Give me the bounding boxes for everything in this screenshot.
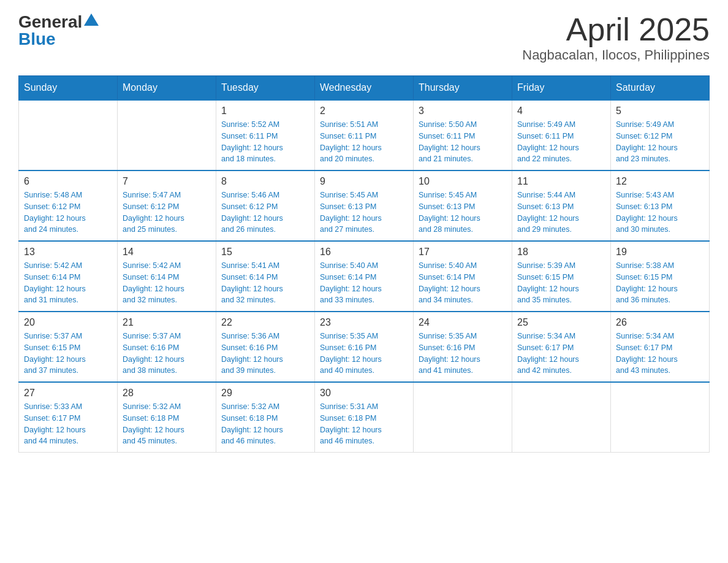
day-number: 28 bbox=[123, 388, 211, 399]
day-number: 12 bbox=[616, 176, 704, 187]
day-info: Sunrise: 5:40 AMSunset: 6:14 PMDaylight:… bbox=[419, 260, 507, 306]
calendar-week-row: 20Sunrise: 5:37 AMSunset: 6:15 PMDayligh… bbox=[19, 312, 710, 382]
day-number: 5 bbox=[616, 105, 704, 117]
weekday-header-saturday: Saturday bbox=[611, 76, 710, 101]
day-number: 19 bbox=[616, 247, 704, 258]
calendar-cell: 16Sunrise: 5:40 AMSunset: 6:14 PMDayligh… bbox=[315, 241, 414, 312]
calendar-cell: 5Sunrise: 5:49 AMSunset: 6:12 PMDaylight… bbox=[611, 100, 710, 170]
day-info: Sunrise: 5:45 AMSunset: 6:13 PMDaylight:… bbox=[320, 190, 408, 236]
calendar-cell: 25Sunrise: 5:34 AMSunset: 6:17 PMDayligh… bbox=[512, 312, 611, 382]
day-info: Sunrise: 5:32 AMSunset: 6:18 PMDaylight:… bbox=[123, 401, 211, 447]
day-info: Sunrise: 5:35 AMSunset: 6:16 PMDaylight:… bbox=[320, 331, 408, 377]
calendar-cell: 18Sunrise: 5:39 AMSunset: 6:15 PMDayligh… bbox=[512, 241, 611, 312]
day-info: Sunrise: 5:39 AMSunset: 6:15 PMDaylight:… bbox=[517, 260, 605, 306]
day-number: 2 bbox=[320, 105, 408, 117]
day-number: 17 bbox=[419, 247, 507, 258]
day-info: Sunrise: 5:45 AMSunset: 6:13 PMDaylight:… bbox=[419, 190, 507, 236]
calendar-cell: 20Sunrise: 5:37 AMSunset: 6:15 PMDayligh… bbox=[19, 312, 118, 382]
day-number: 7 bbox=[123, 176, 211, 187]
day-number: 13 bbox=[24, 247, 112, 258]
day-info: Sunrise: 5:34 AMSunset: 6:17 PMDaylight:… bbox=[517, 331, 605, 377]
calendar-cell: 24Sunrise: 5:35 AMSunset: 6:16 PMDayligh… bbox=[414, 312, 512, 382]
weekday-header-friday: Friday bbox=[512, 76, 611, 101]
calendar-cell bbox=[611, 382, 710, 453]
day-info: Sunrise: 5:52 AMSunset: 6:11 PMDaylight:… bbox=[221, 119, 309, 165]
calendar-cell: 1Sunrise: 5:52 AMSunset: 6:11 PMDaylight… bbox=[216, 100, 315, 170]
logo-blue-text: Blue bbox=[18, 29, 99, 49]
weekday-header-tuesday: Tuesday bbox=[216, 76, 315, 101]
day-info: Sunrise: 5:31 AMSunset: 6:18 PMDaylight:… bbox=[320, 401, 408, 447]
page-header: General Blue April 2025 Nagbacalan, Iloc… bbox=[18, 12, 710, 63]
calendar-cell bbox=[512, 382, 611, 453]
day-info: Sunrise: 5:49 AMSunset: 6:11 PMDaylight:… bbox=[517, 119, 605, 165]
day-number: 6 bbox=[24, 176, 112, 187]
calendar-cell: 27Sunrise: 5:33 AMSunset: 6:17 PMDayligh… bbox=[19, 382, 118, 453]
day-number: 25 bbox=[517, 317, 605, 328]
calendar-cell: 2Sunrise: 5:51 AMSunset: 6:11 PMDaylight… bbox=[315, 100, 414, 170]
day-number: 24 bbox=[419, 317, 507, 328]
calendar-cell: 29Sunrise: 5:32 AMSunset: 6:18 PMDayligh… bbox=[216, 382, 315, 453]
calendar-week-row: 27Sunrise: 5:33 AMSunset: 6:17 PMDayligh… bbox=[19, 382, 710, 453]
day-number: 10 bbox=[419, 176, 507, 187]
calendar-subtitle: Nagbacalan, Ilocos, Philippines bbox=[522, 47, 710, 63]
day-info: Sunrise: 5:50 AMSunset: 6:11 PMDaylight:… bbox=[419, 119, 507, 165]
day-info: Sunrise: 5:43 AMSunset: 6:13 PMDaylight:… bbox=[616, 190, 704, 236]
day-number: 18 bbox=[517, 247, 605, 258]
title-area: April 2025 Nagbacalan, Ilocos, Philippin… bbox=[522, 12, 710, 63]
day-info: Sunrise: 5:35 AMSunset: 6:16 PMDaylight:… bbox=[419, 331, 507, 377]
calendar-cell: 19Sunrise: 5:38 AMSunset: 6:15 PMDayligh… bbox=[611, 241, 710, 312]
day-number: 23 bbox=[320, 317, 408, 328]
calendar-cell: 12Sunrise: 5:43 AMSunset: 6:13 PMDayligh… bbox=[611, 170, 710, 241]
day-info: Sunrise: 5:36 AMSunset: 6:16 PMDaylight:… bbox=[221, 331, 309, 377]
logo: General Blue bbox=[18, 12, 99, 49]
day-number: 4 bbox=[517, 105, 605, 117]
day-info: Sunrise: 5:42 AMSunset: 6:14 PMDaylight:… bbox=[123, 260, 211, 306]
calendar-cell bbox=[414, 382, 512, 453]
day-info: Sunrise: 5:32 AMSunset: 6:18 PMDaylight:… bbox=[221, 401, 309, 447]
day-info: Sunrise: 5:33 AMSunset: 6:17 PMDaylight:… bbox=[24, 401, 112, 447]
day-info: Sunrise: 5:49 AMSunset: 6:12 PMDaylight:… bbox=[616, 119, 704, 165]
calendar-cell: 23Sunrise: 5:35 AMSunset: 6:16 PMDayligh… bbox=[315, 312, 414, 382]
day-number: 22 bbox=[221, 317, 309, 328]
calendar-cell: 6Sunrise: 5:48 AMSunset: 6:12 PMDaylight… bbox=[19, 170, 118, 241]
day-info: Sunrise: 5:38 AMSunset: 6:15 PMDaylight:… bbox=[616, 260, 704, 306]
day-number: 26 bbox=[616, 317, 704, 328]
day-info: Sunrise: 5:46 AMSunset: 6:12 PMDaylight:… bbox=[221, 190, 309, 236]
day-number: 27 bbox=[24, 388, 112, 399]
day-info: Sunrise: 5:37 AMSunset: 6:16 PMDaylight:… bbox=[123, 331, 211, 377]
calendar-cell: 4Sunrise: 5:49 AMSunset: 6:11 PMDaylight… bbox=[512, 100, 611, 170]
day-number: 20 bbox=[24, 317, 112, 328]
day-number: 21 bbox=[123, 317, 211, 328]
calendar-cell: 9Sunrise: 5:45 AMSunset: 6:13 PMDaylight… bbox=[315, 170, 414, 241]
calendar-cell: 15Sunrise: 5:41 AMSunset: 6:14 PMDayligh… bbox=[216, 241, 315, 312]
calendar-cell: 26Sunrise: 5:34 AMSunset: 6:17 PMDayligh… bbox=[611, 312, 710, 382]
day-info: Sunrise: 5:44 AMSunset: 6:13 PMDaylight:… bbox=[517, 190, 605, 236]
calendar-body: 1Sunrise: 5:52 AMSunset: 6:11 PMDaylight… bbox=[19, 100, 710, 453]
calendar-cell: 17Sunrise: 5:40 AMSunset: 6:14 PMDayligh… bbox=[414, 241, 512, 312]
day-number: 3 bbox=[419, 105, 507, 117]
day-info: Sunrise: 5:40 AMSunset: 6:14 PMDaylight:… bbox=[320, 260, 408, 306]
calendar-cell: 13Sunrise: 5:42 AMSunset: 6:14 PMDayligh… bbox=[19, 241, 118, 312]
weekday-header-sunday: Sunday bbox=[19, 76, 118, 101]
day-number: 16 bbox=[320, 247, 408, 258]
day-number: 8 bbox=[221, 176, 309, 187]
calendar-cell: 8Sunrise: 5:46 AMSunset: 6:12 PMDaylight… bbox=[216, 170, 315, 241]
weekday-header-thursday: Thursday bbox=[414, 76, 512, 101]
calendar-cell: 22Sunrise: 5:36 AMSunset: 6:16 PMDayligh… bbox=[216, 312, 315, 382]
weekday-header-wednesday: Wednesday bbox=[315, 76, 414, 101]
calendar-cell: 10Sunrise: 5:45 AMSunset: 6:13 PMDayligh… bbox=[414, 170, 512, 241]
day-number: 15 bbox=[221, 247, 309, 258]
day-info: Sunrise: 5:47 AMSunset: 6:12 PMDaylight:… bbox=[123, 190, 211, 236]
calendar-cell: 7Sunrise: 5:47 AMSunset: 6:12 PMDaylight… bbox=[118, 170, 216, 241]
calendar-cell bbox=[118, 100, 216, 170]
calendar-cell: 11Sunrise: 5:44 AMSunset: 6:13 PMDayligh… bbox=[512, 170, 611, 241]
calendar-cell: 21Sunrise: 5:37 AMSunset: 6:16 PMDayligh… bbox=[118, 312, 216, 382]
day-info: Sunrise: 5:48 AMSunset: 6:12 PMDaylight:… bbox=[24, 190, 112, 236]
day-number: 30 bbox=[320, 388, 408, 399]
day-info: Sunrise: 5:42 AMSunset: 6:14 PMDaylight:… bbox=[24, 260, 112, 306]
calendar-title: April 2025 bbox=[522, 12, 710, 47]
day-info: Sunrise: 5:37 AMSunset: 6:15 PMDaylight:… bbox=[24, 331, 112, 377]
calendar-cell: 30Sunrise: 5:31 AMSunset: 6:18 PMDayligh… bbox=[315, 382, 414, 453]
weekday-header-monday: Monday bbox=[118, 76, 216, 101]
day-info: Sunrise: 5:51 AMSunset: 6:11 PMDaylight:… bbox=[320, 119, 408, 165]
